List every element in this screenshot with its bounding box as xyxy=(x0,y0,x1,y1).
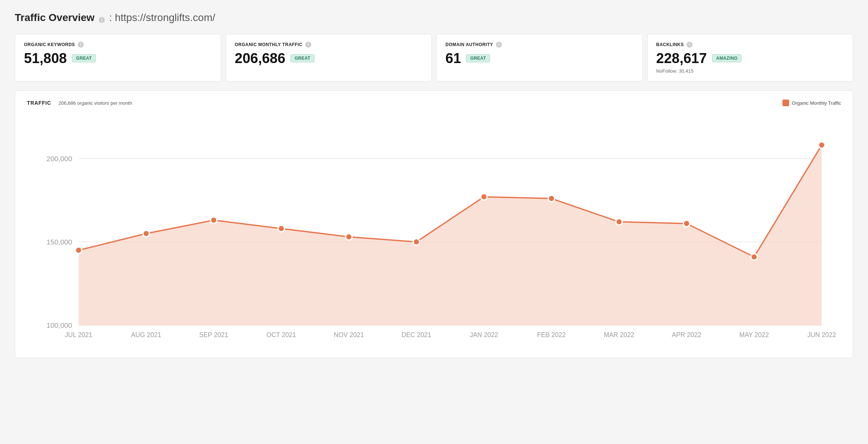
svg-point-17 xyxy=(819,142,825,149)
chart-legend: Organic Monthly Traffic xyxy=(782,100,841,106)
svg-text:FEB 2022: FEB 2022 xyxy=(537,331,566,339)
svg-text:100,000: 100,000 xyxy=(46,322,72,329)
svg-point-16 xyxy=(751,254,757,260)
svg-text:NOV 2021: NOV 2021 xyxy=(334,331,364,339)
svg-text:150,000: 150,000 xyxy=(46,238,72,246)
metric-value: 206,686 xyxy=(235,51,285,65)
chart-title: TRAFFIC xyxy=(27,100,51,106)
page-title: Traffic Overview i : https://stronglifts… xyxy=(15,12,853,24)
legend-swatch xyxy=(782,100,789,106)
svg-point-13 xyxy=(548,195,555,202)
svg-point-11 xyxy=(413,239,420,245)
svg-text:MAY 2022: MAY 2022 xyxy=(739,331,769,339)
chart-section: TRAFFIC 206,686 organic visitors per mon… xyxy=(15,90,853,358)
metric-info-icon[interactable]: i xyxy=(305,42,311,48)
colon: : xyxy=(109,12,115,23)
svg-text:SEP 2021: SEP 2021 xyxy=(199,331,228,339)
svg-text:JUL 2021: JUL 2021 xyxy=(65,331,92,339)
metric-label: ORGANIC KEYWORDS i xyxy=(24,42,212,48)
metric-value: 61 xyxy=(445,51,461,65)
svg-text:DEC 2021: DEC 2021 xyxy=(402,331,431,339)
url-text: https://stronglifts.com/ xyxy=(115,12,215,23)
metric-badge: GREAT xyxy=(291,54,315,62)
svg-point-14 xyxy=(616,219,622,225)
title-text: Traffic Overview xyxy=(15,12,94,23)
metric-label: DOMAIN AUTHORITY i xyxy=(445,42,633,48)
metric-label: ORGANIC MONTHLY TRAFFIC i xyxy=(235,42,423,48)
traffic-chart-svg: 200,000150,000100,000 JUL 2021AUG 2021SE… xyxy=(27,112,841,358)
svg-text:JUN 2022: JUN 2022 xyxy=(807,331,836,339)
svg-point-8 xyxy=(211,217,217,223)
chart-header: TRAFFIC 206,686 organic visitors per mon… xyxy=(27,100,841,106)
metric-value: 51,808 xyxy=(24,51,67,65)
title-info-icon[interactable]: i xyxy=(99,17,105,23)
chart-area: 200,000150,000100,000 JUL 2021AUG 2021SE… xyxy=(27,112,841,358)
svg-text:200,000: 200,000 xyxy=(46,155,72,163)
metric-label: BACKLINKS i xyxy=(656,42,844,48)
svg-text:MAR 2022: MAR 2022 xyxy=(604,331,634,339)
metric-info-icon[interactable]: i xyxy=(78,42,84,48)
metric-info-icon[interactable]: i xyxy=(496,42,502,48)
chart-header-left: TRAFFIC 206,686 organic visitors per mon… xyxy=(27,100,132,106)
svg-point-6 xyxy=(75,247,82,254)
svg-text:AUG 2021: AUG 2021 xyxy=(131,331,162,339)
svg-point-15 xyxy=(683,220,690,227)
metric-card-backlinks: BACKLINKS i 228,617 AMAZING NoFollow: 30… xyxy=(647,34,854,81)
chart-subtitle: 206,686 organic visitors per month xyxy=(59,100,132,106)
svg-text:JAN 2022: JAN 2022 xyxy=(470,331,498,339)
metric-card-organic-keywords: ORGANIC KEYWORDS i 51,808 GREAT xyxy=(15,34,221,81)
metric-badge: GREAT xyxy=(72,54,96,62)
metric-value-row: 228,617 AMAZING xyxy=(656,51,844,65)
metric-value-row: 51,808 GREAT xyxy=(24,51,212,65)
metric-sub: NoFollow: 30,415 xyxy=(656,68,844,74)
legend-label: Organic Monthly Traffic xyxy=(792,100,841,106)
svg-point-12 xyxy=(481,194,487,200)
metric-value-row: 206,686 GREAT xyxy=(235,51,423,65)
metric-value: 228,617 xyxy=(656,51,707,65)
svg-text:OCT 2021: OCT 2021 xyxy=(267,331,296,339)
svg-text:APR 2022: APR 2022 xyxy=(672,331,701,339)
svg-point-10 xyxy=(346,234,352,240)
svg-point-7 xyxy=(143,230,150,237)
metric-info-icon[interactable]: i xyxy=(687,42,692,48)
metric-badge: GREAT xyxy=(466,54,490,62)
metric-badge: AMAZING xyxy=(712,54,742,62)
svg-point-9 xyxy=(278,225,285,232)
metric-card-domain-authority: DOMAIN AUTHORITY i 61 GREAT xyxy=(436,34,643,81)
metric-card-organic-monthly-traffic: ORGANIC MONTHLY TRAFFIC i 206,686 GREAT xyxy=(226,34,432,81)
metric-value-row: 61 GREAT xyxy=(445,51,633,65)
metrics-row: ORGANIC KEYWORDS i 51,808 GREAT ORGANIC … xyxy=(15,34,853,81)
